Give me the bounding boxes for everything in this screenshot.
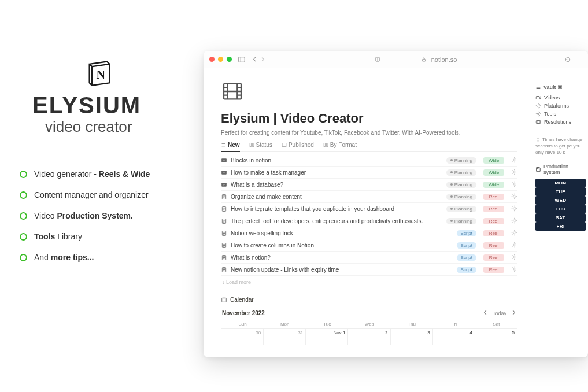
calendar-tab-label[interactable]: Calendar xyxy=(230,297,254,303)
row-title: Blocks in notion xyxy=(231,157,443,164)
calendar-cell[interactable]: 4 xyxy=(433,328,475,345)
calendar-cell[interactable]: 5 xyxy=(475,328,517,345)
content-row[interactable]: How to integrate templates that you dupl… xyxy=(221,203,517,215)
svg-rect-23 xyxy=(324,143,325,147)
shield-icon xyxy=(373,56,382,64)
brand-subtitle: video creator xyxy=(45,118,132,136)
brand-title: ELYSIUM xyxy=(32,94,141,117)
calendar-dayhead: Sat xyxy=(475,320,517,328)
format-pill: Wide xyxy=(483,157,504,164)
vault-item-plataforms[interactable]: Plataforms xyxy=(535,102,586,110)
tab-status[interactable]: Status xyxy=(249,142,272,151)
row-title: Organize and make content xyxy=(231,194,443,200)
day-chip[interactable]: THU xyxy=(535,205,586,213)
maximize-window-icon[interactable] xyxy=(227,57,232,62)
lock-icon xyxy=(420,56,428,64)
calendar-next-icon[interactable] xyxy=(511,310,516,316)
feature-item: Video Production System. xyxy=(20,211,193,220)
close-window-icon[interactable] xyxy=(209,57,215,62)
vault-item-videos[interactable]: Videos xyxy=(535,94,586,102)
svg-point-63 xyxy=(513,256,515,257)
format-pill: Reel xyxy=(483,218,504,224)
refresh-icon[interactable] xyxy=(564,56,572,64)
svg-point-27 xyxy=(513,158,515,160)
row-settings-icon[interactable] xyxy=(508,181,517,188)
row-settings-icon[interactable] xyxy=(508,266,517,273)
row-settings-icon[interactable] xyxy=(508,157,517,164)
tab-published[interactable]: Published xyxy=(282,142,314,151)
content-row[interactable]: Blocks in notionPlanningWide xyxy=(221,154,517,167)
view-tabs: NewStatusPublishedBy Format xyxy=(221,142,517,152)
marketing-panel: N ELYSIUM video creator Video generator … xyxy=(20,58,193,273)
svg-rect-1 xyxy=(239,57,245,62)
feature-item: Tools Library xyxy=(20,232,193,241)
calendar-cell[interactable]: 30 xyxy=(221,328,264,345)
row-settings-icon[interactable] xyxy=(508,205,517,213)
row-settings-icon[interactable] xyxy=(508,217,517,225)
svg-point-33 xyxy=(513,183,515,184)
page-icon-film xyxy=(221,80,244,103)
day-chip[interactable]: MON xyxy=(535,179,586,187)
row-settings-icon[interactable] xyxy=(508,254,517,261)
content-rows: Blocks in notionPlanningWideHow to make … xyxy=(221,154,517,276)
status-pill: Script xyxy=(457,254,476,261)
status-pill: Planning xyxy=(446,157,476,164)
content-row[interactable]: How to create columns in NotionScriptRee… xyxy=(221,239,517,252)
content-row[interactable]: New notion update - Links with expiry ti… xyxy=(221,264,517,276)
day-chip[interactable]: TUE xyxy=(535,187,586,196)
minimize-window-icon[interactable] xyxy=(218,57,223,62)
feature-item: Content manager and organizer xyxy=(20,190,193,199)
row-settings-icon[interactable] xyxy=(508,169,517,176)
row-settings-icon[interactable] xyxy=(508,242,517,249)
content-row[interactable]: Notion web spelling trickScriptReel xyxy=(221,227,517,239)
content-row[interactable]: What is notion?ScriptReel xyxy=(221,252,517,264)
day-chip[interactable]: WED xyxy=(535,196,586,205)
format-pill: Reel xyxy=(483,242,504,249)
load-more-button[interactable]: ↓ Load more xyxy=(221,276,517,289)
row-settings-icon[interactable] xyxy=(508,193,517,201)
tab-new[interactable]: New xyxy=(221,142,240,152)
svg-rect-18 xyxy=(250,143,251,147)
calendar-cell[interactable]: 31 xyxy=(264,328,306,345)
svg-point-30 xyxy=(513,171,515,172)
back-icon[interactable] xyxy=(250,56,258,64)
vault-item-tools[interactable]: Tools xyxy=(535,110,586,118)
format-pill: Reel xyxy=(483,206,504,212)
day-chip[interactable]: SAT xyxy=(535,213,586,222)
calendar-today-button[interactable]: Today xyxy=(493,310,506,316)
svg-rect-76 xyxy=(536,97,539,99)
calendar-dayhead: Sun xyxy=(221,320,264,328)
svg-rect-24 xyxy=(326,143,327,147)
format-pill: Reel xyxy=(483,194,504,200)
content-row[interactable]: Organize and make contentPlanningReel xyxy=(221,191,517,203)
calendar-cell[interactable]: 2 xyxy=(348,328,390,345)
content-row[interactable]: What is a database?PlanningWide xyxy=(221,179,517,191)
format-pill: Wide xyxy=(483,169,504,176)
row-title: How to make a task manager xyxy=(231,169,443,176)
row-title: What is a database? xyxy=(231,182,443,188)
address-bar[interactable]: notion.so xyxy=(431,56,457,63)
calendar-cell[interactable]: Nov 1 xyxy=(306,328,348,345)
calendar-cell[interactable]: 3 xyxy=(391,328,433,345)
day-chip[interactable]: FRI xyxy=(535,222,586,231)
calendar-prev-icon[interactable] xyxy=(483,310,488,316)
vault-title[interactable]: Vault ⌘ xyxy=(543,84,563,90)
format-pill: Reel xyxy=(483,267,504,273)
production-system-title[interactable]: Production system xyxy=(543,164,586,175)
calendar-month: November 2022 xyxy=(222,310,265,316)
right-sidebar: Vault ⌘ VideosPlataformsToolsResolutions… xyxy=(528,80,588,357)
content-row[interactable]: How to make a task managerPlanningWide xyxy=(221,167,517,179)
bullet-ring-icon xyxy=(20,171,27,178)
tab-by-format[interactable]: By Format xyxy=(323,142,357,151)
content-row[interactable]: The perfect tool for developers, entrepr… xyxy=(221,215,517,227)
vault-item-resolutions[interactable]: Resolutions xyxy=(535,118,586,126)
sidebar-toggle-icon[interactable] xyxy=(238,56,246,64)
svg-text:N: N xyxy=(97,68,106,82)
window-controls[interactable] xyxy=(209,57,232,62)
row-settings-icon[interactable] xyxy=(508,230,517,237)
forward-icon[interactable] xyxy=(258,56,267,64)
status-pill: Script xyxy=(457,230,476,236)
svg-point-43 xyxy=(513,207,515,209)
menu-icon xyxy=(535,84,541,90)
bullet-ring-icon xyxy=(20,233,27,241)
